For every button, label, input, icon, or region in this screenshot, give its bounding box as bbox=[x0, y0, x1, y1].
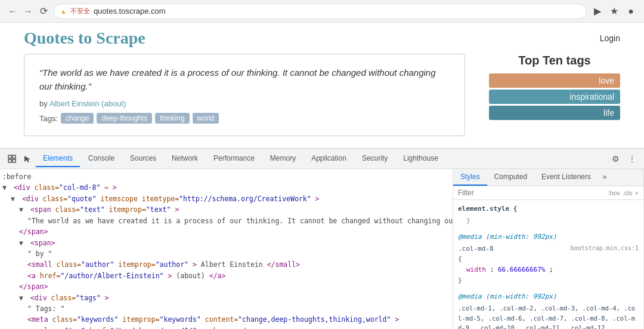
back-button[interactable]: ← bbox=[7, 6, 18, 17]
tags-label: Tags: bbox=[39, 114, 58, 123]
browser-chrome: ← → ⟳ ▲ 不安全 quotes.toscrape.com ▶ ★ ● bbox=[0, 0, 644, 23]
html-small-author[interactable]: <small class="author" itemprop="author" … bbox=[0, 259, 453, 270]
tab-elements[interactable]: Elements bbox=[36, 150, 80, 167]
css-prop-width: width : 66.66666667% ; bbox=[458, 265, 639, 275]
html-tags-text: " Tags: " bbox=[0, 303, 453, 314]
tab-sources[interactable]: Sources bbox=[123, 150, 163, 167]
css-rule-media-1: @media (min-width: 992px) .col-md-8 boot… bbox=[458, 232, 639, 285]
tab-memory[interactable]: Memory bbox=[263, 150, 303, 167]
tag-change[interactable]: change bbox=[61, 113, 94, 124]
sidebar-section: Top Ten tags love inspirational life bbox=[489, 54, 620, 136]
tag-life[interactable]: life bbox=[489, 106, 620, 120]
tag-world[interactable]: world bbox=[193, 113, 219, 124]
css-media-2: @media (min-width: 992px) bbox=[458, 291, 639, 302]
main-content: “The world as we have created it is a pr… bbox=[0, 54, 644, 136]
styles-more-button[interactable]: » bbox=[598, 169, 612, 186]
tab-lighthouse[interactable]: Lighthouse bbox=[396, 150, 445, 167]
html-span-text[interactable]: ▼ <span class="text" itemprop="text" > bbox=[0, 204, 453, 215]
quote-text: “The world as we have created it is a pr… bbox=[39, 66, 450, 93]
page-content: Quotes to Scrape Login “The world as we … bbox=[0, 23, 644, 148]
devtools-panel: Elements Console Sources Network Perform… bbox=[0, 148, 644, 329]
tab-network[interactable]: Network bbox=[165, 150, 205, 167]
css-selector-1: .col-md-8 bootstrap.min.css:1 bbox=[458, 244, 639, 254]
tag-deep-thoughts[interactable]: deep-thoughts bbox=[97, 113, 152, 124]
devtools-cursor-button[interactable] bbox=[20, 152, 35, 166]
styles-panel: Styles Computed Event Listeners » :hov .… bbox=[453, 169, 644, 329]
styles-content: element.style { } @media (min-width: 992… bbox=[453, 200, 643, 329]
expand-arrow[interactable]: ▼ bbox=[2, 182, 10, 193]
svg-rect-0 bbox=[8, 155, 11, 158]
top-ten-tags-title: Top Ten tags bbox=[489, 54, 620, 67]
tab-security[interactable]: Security bbox=[355, 150, 395, 167]
svg-rect-2 bbox=[8, 159, 11, 162]
filter-hint-hov[interactable]: :hov bbox=[608, 189, 620, 196]
styles-filter: :hov .cls + bbox=[453, 186, 643, 200]
css-media-1: @media (min-width: 992px) bbox=[458, 232, 639, 242]
tag-inspirational[interactable]: inspirational bbox=[489, 90, 620, 104]
html-a-tag-change[interactable]: <a class="tag" href="/tag/change/page/1/… bbox=[0, 325, 453, 329]
styles-tab-event-listeners[interactable]: Event Listeners bbox=[534, 169, 598, 186]
html-quote-text-content: "The world as we have created it is a pr… bbox=[0, 216, 453, 226]
page-header: Quotes to Scrape Login bbox=[0, 23, 644, 54]
author-prefix: by bbox=[39, 99, 48, 108]
html-before-line: :before bbox=[0, 171, 453, 182]
address-bar[interactable]: ▲ 不安全 quotes.toscrape.com bbox=[54, 4, 587, 19]
elements-panel[interactable]: :before ▼ <div class="col-md-8" ≈ > ▼ <d… bbox=[0, 169, 453, 329]
html-a-about[interactable]: <a href="/author/Albert-Einstein" > (abo… bbox=[0, 270, 453, 281]
about-link[interactable]: (about) bbox=[101, 99, 126, 108]
devtools-inspect-button[interactable] bbox=[5, 152, 19, 166]
html-div-tags[interactable]: ▼ <div class="tags" > bbox=[0, 293, 453, 303]
site-title: Quotes to Scrape bbox=[24, 29, 145, 48]
tags-line: Tags: change deep-thoughts thinking worl… bbox=[39, 113, 450, 124]
filter-hint-cls[interactable]: .cls bbox=[623, 189, 633, 196]
more-button[interactable]: ⋮ bbox=[625, 152, 639, 166]
element-style-label: element.style { bbox=[458, 204, 639, 214]
css-element-style: element.style { } bbox=[458, 204, 639, 226]
reload-button[interactable]: ⟳ bbox=[38, 6, 49, 17]
toolbar-icons: ▶ ★ ● bbox=[592, 5, 637, 17]
security-icon: ▲ bbox=[60, 8, 67, 15]
filter-hint-plus[interactable]: + bbox=[635, 189, 639, 196]
quote-box: “The world as we have created it is a pr… bbox=[24, 54, 465, 136]
quote-author: by Albert Einstein (about) bbox=[39, 99, 450, 108]
tag-love[interactable]: love bbox=[489, 73, 620, 88]
html-span-author-wrap[interactable]: ▼ <span> bbox=[0, 238, 453, 248]
quote-section: “The world as we have created it is a pr… bbox=[24, 54, 465, 136]
tab-application[interactable]: Application bbox=[304, 150, 354, 167]
filter-input[interactable] bbox=[458, 189, 605, 197]
css-rule-media-2: @media (min-width: 992px) .col-md-1, .co… bbox=[458, 291, 639, 329]
bookmark-icon[interactable]: ★ bbox=[608, 5, 620, 17]
html-div-col-md-8[interactable]: ▼ <div class="col-md-8" ≈ > bbox=[0, 182, 453, 193]
security-label: 不安全 bbox=[70, 7, 90, 16]
html-span-close-2: </span> bbox=[0, 281, 453, 292]
styles-tabs: Styles Computed Event Listeners » bbox=[453, 169, 643, 186]
cast-icon[interactable]: ▶ bbox=[592, 5, 603, 17]
url-display: quotes.toscrape.com bbox=[94, 7, 166, 16]
settings-button[interactable]: ⚙ bbox=[608, 152, 623, 166]
css-selector-2: .col-md-1, .col-md-2, .col-md-3, .col-md… bbox=[458, 303, 639, 329]
tab-console[interactable]: Console bbox=[81, 150, 122, 167]
profile-icon[interactable]: ● bbox=[625, 5, 637, 17]
html-span-close: </span> bbox=[0, 226, 453, 237]
devtools-toolbar: Elements Console Sources Network Perform… bbox=[0, 149, 644, 169]
devtools-body: :before ▼ <div class="col-md-8" ≈ > ▼ <d… bbox=[0, 169, 644, 329]
tag-thinking[interactable]: thinking bbox=[155, 113, 189, 124]
css-source-1[interactable]: bootstrap.min.css:1 bbox=[571, 244, 639, 253]
login-link[interactable]: Login bbox=[600, 33, 620, 43]
author-link[interactable]: Albert Einstein bbox=[49, 99, 100, 108]
devtools-right-icons: ⚙ ⋮ bbox=[608, 152, 639, 166]
svg-rect-1 bbox=[13, 155, 16, 158]
html-by-text: " by " bbox=[0, 248, 453, 259]
html-meta-keywords[interactable]: <meta class="keywords" itemprop="keyword… bbox=[0, 314, 453, 325]
svg-rect-3 bbox=[13, 159, 16, 162]
html-div-quote-1[interactable]: ▼ <div class="quote" itemscope itemtype=… bbox=[0, 193, 453, 204]
red-underline: ≈ bbox=[104, 184, 109, 192]
styles-tab-styles[interactable]: Styles bbox=[453, 169, 487, 186]
styles-tab-computed[interactable]: Computed bbox=[487, 169, 534, 186]
tab-performance[interactable]: Performance bbox=[206, 150, 262, 167]
svg-marker-4 bbox=[24, 156, 30, 162]
forward-button[interactable]: → bbox=[23, 6, 33, 17]
